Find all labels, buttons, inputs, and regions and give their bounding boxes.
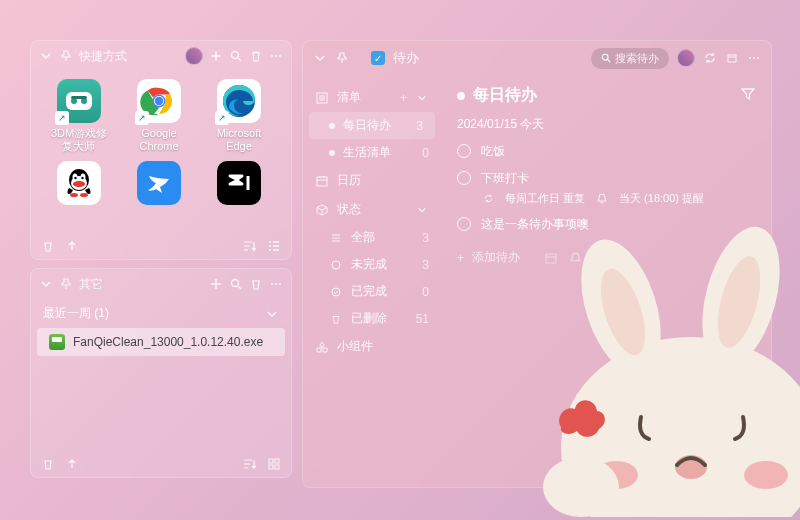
todo-main: 每日待办 2024/01/15 今天 吃饭 下班打卡 每周工作日 重复 当天 (… xyxy=(441,75,771,487)
date-label: 2024/01/15 今天 xyxy=(457,116,755,133)
grid-view-icon[interactable] xyxy=(267,457,281,471)
section-label: 小组件 xyxy=(337,338,373,355)
svg-point-33 xyxy=(602,54,608,60)
todo-panel: ✓ 待办 搜索待办 清单 + 每日待办 3 xyxy=(302,40,772,488)
sort-icon[interactable] xyxy=(243,239,257,253)
status-all[interactable]: 全部 3 xyxy=(303,224,441,251)
chevron-down-icon[interactable] xyxy=(39,49,53,63)
bell-icon[interactable] xyxy=(568,251,582,265)
svg-point-20 xyxy=(70,193,78,197)
pin-icon[interactable] xyxy=(59,49,73,63)
section-lists[interactable]: 清单 + xyxy=(303,83,441,112)
file-item[interactable]: FanQieClean_13000_1.0.12.40.exe xyxy=(37,328,285,356)
add-task-label: 添加待办 xyxy=(472,249,520,266)
more-icon[interactable] xyxy=(616,251,630,265)
svg-rect-7 xyxy=(71,96,87,99)
section-widgets[interactable]: 小组件 xyxy=(303,332,441,361)
list-icon xyxy=(315,91,329,105)
plus-icon[interactable] xyxy=(209,49,223,63)
list-label: 每日待办 xyxy=(343,117,391,134)
pin-icon[interactable] xyxy=(335,51,349,65)
archive-icon[interactable] xyxy=(725,51,739,65)
status-count: 3 xyxy=(422,231,429,245)
more-icon[interactable] xyxy=(269,277,283,291)
shortcut-badge-icon: ↗ xyxy=(135,111,149,125)
others-header: 其它 xyxy=(31,269,291,299)
shortcuts-panel: 快捷方式 ↗ 3DM游戏修 复大师 ↗ Google Chrome ↗ Micr… xyxy=(30,40,292,260)
app-edge[interactable]: ↗ Microsoft Edge xyxy=(199,75,279,157)
trash-icon[interactable] xyxy=(41,239,55,253)
task-item[interactable]: 吃饭 xyxy=(457,143,755,160)
app-qq[interactable] xyxy=(39,157,119,213)
dot-icon xyxy=(329,150,335,156)
calendar-icon[interactable] xyxy=(544,251,558,265)
todo-sidebar: 清单 + 每日待办 3 生活清单 0 日历 状态 xyxy=(303,75,441,487)
status-label: 已删除 xyxy=(351,310,387,327)
more-icon[interactable] xyxy=(747,51,761,65)
list-icon xyxy=(329,231,343,245)
avatar[interactable] xyxy=(185,47,203,65)
section-calendar[interactable]: 日历 xyxy=(303,166,441,195)
section-status[interactable]: 状态 xyxy=(303,195,441,224)
svg-point-11 xyxy=(155,97,163,105)
sync-icon[interactable] xyxy=(703,51,717,65)
plus-icon[interactable] xyxy=(209,277,223,291)
todo-header: ✓ 待办 搜索待办 xyxy=(303,41,771,75)
status-deleted[interactable]: 已删除 51 xyxy=(303,305,441,332)
svg-rect-32 xyxy=(275,465,279,469)
cube-icon xyxy=(315,203,329,217)
status-incomplete[interactable]: 未完成 3 xyxy=(303,251,441,278)
app-label: 3DM游戏修 复大师 xyxy=(51,127,107,153)
trash-icon[interactable] xyxy=(249,277,263,291)
up-icon[interactable] xyxy=(65,457,79,471)
svg-point-27 xyxy=(275,283,277,285)
filter-icon[interactable] xyxy=(741,87,755,101)
shortcut-badge-icon: ↗ xyxy=(215,111,229,125)
task-item[interactable]: 下班打卡 每周工作日 重复 当天 (18:00) 提醒 xyxy=(457,170,755,206)
svg-rect-29 xyxy=(269,459,273,463)
chevron-down-icon[interactable] xyxy=(313,51,327,65)
up-icon[interactable] xyxy=(65,239,79,253)
list-item-daily[interactable]: 每日待办 3 xyxy=(309,112,435,139)
list-view-icon[interactable] xyxy=(267,239,281,253)
status-count: 51 xyxy=(416,312,429,326)
recent-group[interactable]: 最近一周 (1) xyxy=(31,299,291,328)
app-capcut[interactable] xyxy=(199,157,279,213)
chevron-down-icon[interactable] xyxy=(415,203,429,217)
pin-icon[interactable] xyxy=(59,277,73,291)
task-checkbox[interactable] xyxy=(457,217,471,231)
chevron-down-icon[interactable] xyxy=(39,277,53,291)
trash-icon xyxy=(329,312,343,326)
search-icon[interactable] xyxy=(229,277,243,291)
list-item-life[interactable]: 生活清单 0 xyxy=(303,139,441,166)
more-icon[interactable] xyxy=(269,49,283,63)
add-list-icon[interactable]: + xyxy=(400,91,407,105)
task-checkbox[interactable] xyxy=(457,171,471,185)
search-icon[interactable] xyxy=(229,49,243,63)
shortcut-badge-icon: ↗ xyxy=(55,111,69,125)
add-task-row[interactable]: + 添加待办 xyxy=(457,249,755,266)
avatar[interactable] xyxy=(677,49,695,67)
task-item[interactable]: 这是一条待办事项噢 xyxy=(457,216,755,233)
app-chrome[interactable]: ↗ Google Chrome xyxy=(119,75,199,157)
svg-point-24 xyxy=(269,249,271,251)
svg-point-22 xyxy=(269,241,271,243)
svg-point-37 xyxy=(757,57,759,59)
svg-point-40 xyxy=(332,261,340,269)
trash-icon[interactable] xyxy=(249,49,263,63)
sort-icon[interactable] xyxy=(243,457,257,471)
app-3dm[interactable]: ↗ 3DM游戏修 复大师 xyxy=(39,75,119,157)
repeat-icon[interactable] xyxy=(592,251,606,265)
trash-icon[interactable] xyxy=(41,457,55,471)
shortcuts-header: 快捷方式 xyxy=(31,41,291,71)
dot-icon xyxy=(329,123,335,129)
status-complete[interactable]: 已完成 0 xyxy=(303,278,441,305)
section-label: 清单 xyxy=(337,89,361,106)
calendar-icon xyxy=(315,174,329,188)
app-dingtalk[interactable] xyxy=(119,157,199,213)
plus-icon: + xyxy=(457,251,464,265)
svg-point-25 xyxy=(232,280,239,287)
chevron-down-icon[interactable] xyxy=(415,91,429,105)
task-checkbox[interactable] xyxy=(457,144,471,158)
search-input[interactable]: 搜索待办 xyxy=(591,48,669,69)
